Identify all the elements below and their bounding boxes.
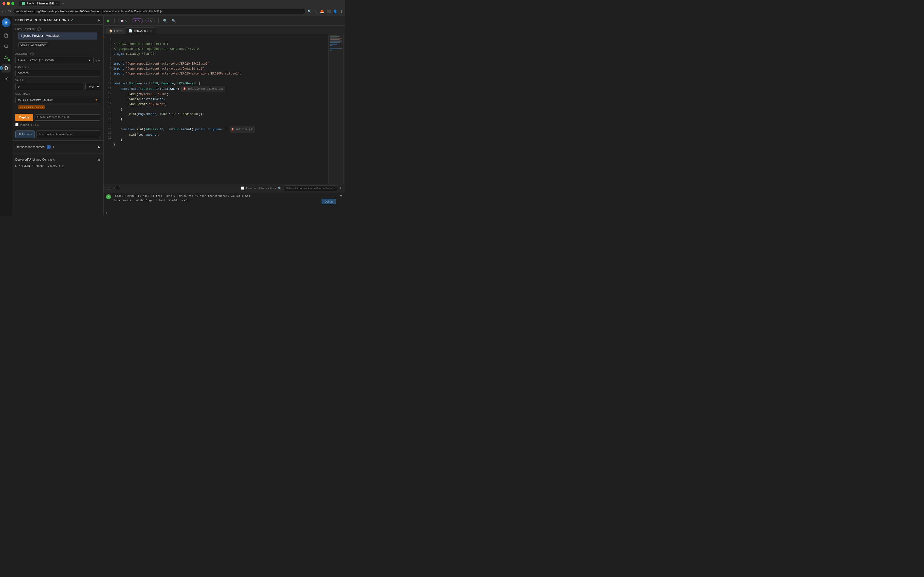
reload-btn[interactable]: ↻ (8, 10, 11, 13)
new-tab-btn[interactable]: + (62, 1, 64, 6)
separator-1 (12, 129, 103, 129)
terminal-expand-icon[interactable]: ⌄⌄ (106, 186, 112, 190)
editor-area: ▶ 🤖 AI 👁 AI ≡ AI 🔍 🔍 🏠 Home (103, 16, 345, 216)
ai-robot-label: AI (125, 19, 127, 22)
sidebar-item-files[interactable] (2, 31, 11, 40)
account-select[interactable]: 0x4e4...420b5 (16.250520... ▼ (15, 57, 94, 63)
account-info-icon[interactable]: + (31, 52, 34, 55)
contract-chevron-icon: ▶ (15, 164, 17, 167)
sidebar-item-debug[interactable] (2, 74, 11, 83)
tx-info-icon[interactable]: i (53, 145, 54, 149)
gas-limit-label: GAS LIMIT (15, 66, 100, 69)
tx-log-line2: data: 0x610...420b5 logs: 2 hash: 0x6fd.… (113, 198, 250, 203)
code-editor[interactable]: // SPDX-License-Identifier: MIT // Compa… (113, 34, 328, 184)
ai-text-icon: ≡ (148, 19, 149, 22)
svg-point-1 (5, 22, 7, 23)
trash-icon[interactable]: 🗑 (97, 158, 100, 161)
listen-checkbox[interactable] (241, 187, 244, 190)
environment-info-icon[interactable]: i (37, 27, 41, 31)
editor-scrollbar[interactable] (343, 34, 345, 184)
sidebar-item-solidity[interactable] (2, 53, 11, 62)
load-contract-btn[interactable]: Load contract from Address (36, 131, 100, 138)
forward-btn[interactable]: › (5, 10, 6, 13)
metamask-icon[interactable]: 🦊 (320, 10, 324, 13)
svg-line-3 (7, 47, 8, 48)
profile-icon[interactable]: 👤 (333, 10, 337, 13)
minimize-window-btn[interactable] (7, 2, 10, 5)
search-icon[interactable]: 🔍 (307, 10, 312, 13)
deployed-section: Deployed/Unpinned Contracts 🗑 ▶ MYTOKEN … (12, 155, 103, 170)
value-input[interactable] (15, 83, 84, 90)
tx-expand-icon[interactable]: ▶ (98, 145, 100, 149)
close-window-btn[interactable] (2, 2, 5, 5)
robot-icon: 🤖 (120, 19, 124, 22)
tx-log-line1: [block:6694820 txIndex:3] from: 0x4e4...… (113, 194, 250, 198)
expand-tx-icon[interactable]: ▼ (339, 194, 343, 198)
terminal-toolbar: ⌄⌄ 0 Listen on all transactions 🔍 ↻ (103, 184, 345, 192)
ai-robot-btn[interactable]: 🤖 AI (118, 18, 129, 23)
contract-item-name: MYTOKEN AT 0XFEA...43A99 ( (19, 164, 61, 167)
deploy-address-input[interactable] (34, 114, 100, 121)
minimap (328, 34, 343, 184)
contract-select[interactable]: MyToken - contracts/ERC20.sol ▼ (15, 97, 100, 103)
main-layout: ◀ 1 DEPLOY & RUN TRANSACTIONS ✓ ▶ ENVIRO… (0, 16, 345, 216)
browser-icons: 🔍 ☆ 🦊 ⬛ 👤 ⋮ (307, 10, 343, 13)
sidebar-item-deploy[interactable]: ◀ 1 (2, 64, 11, 73)
deployed-header[interactable]: Deployed/Unpinned Contracts 🗑 (15, 158, 100, 161)
toolbar-sep-2 (158, 18, 159, 23)
tab-file-icon: 📄 (129, 29, 132, 32)
remix-logo[interactable] (2, 18, 11, 27)
tab-erc20[interactable]: 📄 ERC20.sol ✕ (126, 27, 156, 34)
zoom-out-btn[interactable]: 🔍 (162, 18, 168, 24)
active-tab[interactable]: Remix - Ethereum IDE ✕ (19, 1, 60, 6)
publish-ipfs-checkbox[interactable] (15, 123, 18, 126)
contract-item[interactable]: ▶ MYTOKEN AT 0XFEA...43A99 ( ⎘ ◀ 5 (15, 164, 100, 168)
address-input[interactable] (13, 9, 306, 14)
sidebar-item-search[interactable] (2, 42, 11, 51)
panel-expand-icon[interactable]: ▶ (98, 18, 100, 22)
svg-marker-4 (4, 55, 8, 59)
solidity-badge (8, 59, 10, 61)
terminal-content: ✓ [block:6694820 txIndex:3] from: 0x4e4.… (103, 192, 345, 210)
account-edit-btn[interactable]: ✏ (98, 59, 100, 63)
refresh-icon[interactable]: ↻ (340, 186, 343, 190)
separator-3 (12, 153, 103, 153)
terminal-count: 0 (114, 186, 120, 190)
eye-icon: 👁 (134, 19, 137, 22)
environment-select[interactable]: Injected Provider - MetaMask (18, 32, 97, 39)
publish-ipfs-label[interactable]: Publish to IPFS (20, 123, 39, 126)
tab-favicon (22, 2, 25, 5)
extensions-icon[interactable]: ⬛ (327, 10, 331, 13)
tab-home[interactable]: 🏠 Home (106, 27, 125, 34)
menu-icon[interactable]: ⋮ (340, 10, 343, 13)
tab-title: Remix - Ethereum IDE (27, 2, 54, 5)
star-icon[interactable]: ☆ (314, 10, 317, 13)
at-address-btn[interactable]: At Address (15, 131, 35, 138)
tx-success-icon: ✓ (106, 194, 111, 199)
value-row: Wei (15, 83, 100, 90)
ai-eye-label: AI (138, 19, 140, 22)
filter-search-icon[interactable]: 🔍 (278, 187, 282, 190)
value-unit-select[interactable]: Wei (85, 83, 100, 90)
address-bar-row: ‹ › ↻ 🔍 ☆ 🦊 ⬛ 👤 ⋮ (0, 7, 345, 16)
zoom-in-btn[interactable]: 🔍 (171, 18, 177, 24)
filter-input[interactable] (283, 185, 338, 191)
run-btn[interactable]: ▶ (106, 17, 111, 24)
contract-copy-btn[interactable]: ⎘ (62, 164, 64, 168)
transactions-section[interactable]: Transactions recorded 1 i ▶ (12, 142, 103, 152)
debug-btn[interactable]: Debug (322, 199, 336, 204)
contract-dropdown-icon: ▼ (95, 98, 98, 102)
annotation-1: 1 (0, 66, 3, 70)
ai-eye-btn[interactable]: 👁 AI (132, 18, 143, 23)
terminal-area: ⌄⌄ 0 Listen on all transactions 🔍 ↻ ✓ [b… (103, 184, 345, 216)
back-btn[interactable]: ‹ (2, 10, 3, 13)
account-copy-btn[interactable]: ⎘ (95, 59, 97, 63)
tab-close-icon[interactable]: ✕ (150, 29, 153, 32)
svg-point-5 (5, 79, 6, 80)
deploy-panel: DEPLOY & RUN TRANSACTIONS ✓ ▶ ENVIRONMEN… (12, 16, 103, 216)
tab-close-btn[interactable]: ✕ (55, 2, 57, 5)
ai-text-btn[interactable]: ≡ AI (145, 18, 155, 23)
deploy-btn[interactable]: Deploy (15, 114, 33, 121)
maximize-window-btn[interactable] (11, 2, 14, 5)
gas-limit-input[interactable] (15, 70, 100, 76)
